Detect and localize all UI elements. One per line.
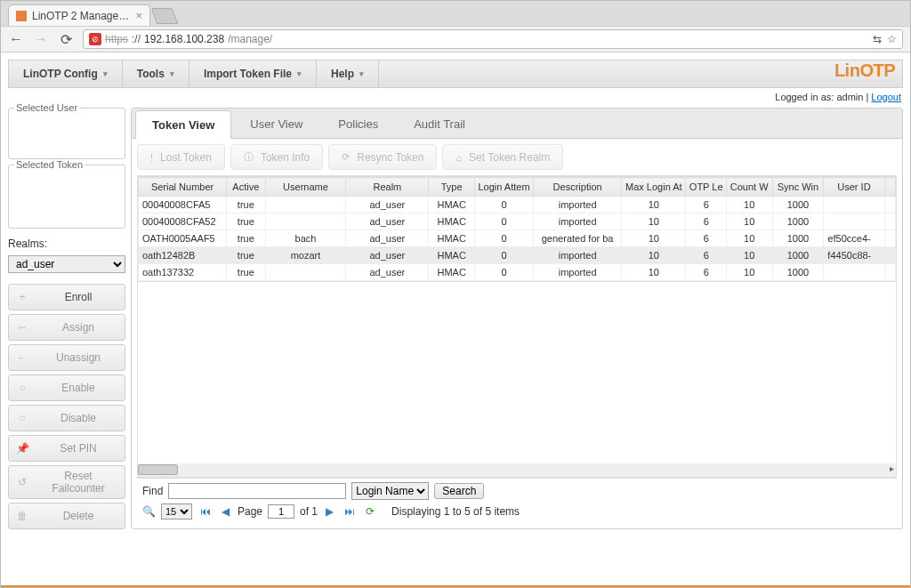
column-header[interactable]: Max Login At — [622, 178, 686, 197]
tab-token-view[interactable]: Token View — [135, 110, 231, 139]
table-row[interactable]: oath12482Btruemozartad_userHMAC0imported… — [139, 247, 896, 264]
first-page-button[interactable]: ⏮ — [198, 505, 214, 518]
set-token-realm-button[interactable]: ⌂Set Token Realm — [442, 144, 563, 170]
main-tabs: Token View User View Policies Audit Trai… — [132, 109, 902, 139]
forward-button[interactable]: → — [33, 31, 49, 47]
new-tab-button[interactable] — [151, 8, 179, 24]
page-label-pre: Page — [238, 505, 262, 518]
realms-select[interactable]: ad_user — [8, 255, 125, 273]
resync-token-button[interactable]: ⟳Resync Token — [328, 144, 437, 170]
menu-tools[interactable]: Tools▾ — [123, 60, 189, 87]
find-field-select[interactable]: Login Name — [351, 482, 429, 500]
refresh-button[interactable]: ⟳ — [363, 505, 377, 518]
tab-user-view[interactable]: User View — [233, 109, 319, 138]
translate-icon[interactable]: ⇆ — [873, 33, 882, 45]
lost-token-button[interactable]: !Lost Token — [137, 144, 225, 170]
selected-user-box: Selected User — [8, 108, 125, 159]
reset-failcounter-button[interactable]: ↺Reset Failcounter — [8, 465, 125, 499]
search-button[interactable]: Search — [434, 483, 484, 499]
browser-tab[interactable]: LinOTP 2 Manageme × — [8, 4, 150, 26]
url-input[interactable]: ⊘ https :// 192.168.100.238 /manage/ ⇆ ☆ — [83, 29, 903, 49]
browser-tab-title: LinOTP 2 Manageme — [32, 10, 130, 22]
column-header[interactable]: OTP Le — [686, 178, 726, 197]
page-number-input[interactable] — [268, 504, 294, 519]
scroll-right-arrow[interactable]: ▸ — [890, 463, 894, 473]
home-icon: ⌂ — [456, 152, 462, 163]
url-path: /manage/ — [228, 33, 272, 45]
tab-policies[interactable]: Policies — [321, 109, 395, 138]
https-label: https — [105, 33, 128, 45]
table-row[interactable]: 00040008CFA5truead_userHMAC0imported1061… — [139, 197, 896, 213]
column-header[interactable]: User ID — [824, 178, 884, 197]
table-row[interactable]: OATH0005AAF5truebachad_userHMAC0generate… — [139, 230, 896, 247]
left-sidebar: Selected User Selected Token Realms: ad_… — [8, 108, 125, 529]
selected-token-legend: Selected Token — [14, 159, 85, 170]
url-sep: :// — [132, 33, 141, 45]
column-header[interactable]: Sync Win — [772, 178, 824, 197]
page-label-post: of 1 — [300, 505, 318, 518]
footer-accent — [1, 585, 910, 587]
assign-button[interactable]: ↔Assign — [8, 314, 125, 341]
enroll-button[interactable]: +Enroll — [8, 284, 125, 310]
main-panel: Token View User View Policies Audit Trai… — [131, 108, 903, 529]
find-input[interactable] — [168, 483, 346, 499]
pager: 🔍 15 ⏮ ◀ Page of 1 ▶ ⏭ ⟳ Displaying 1 to… — [142, 503, 891, 520]
https-warning-icon: ⊘ — [89, 33, 101, 45]
selected-user-legend: Selected User — [14, 102, 79, 113]
enable-button[interactable]: ○Enable — [8, 375, 125, 401]
column-header[interactable]: Description — [534, 178, 622, 197]
reload-button[interactable]: ⟳ — [58, 31, 74, 48]
prev-page-button[interactable]: ◀ — [219, 505, 232, 518]
zoom-icon[interactable]: 🔍 — [142, 505, 156, 518]
bookmark-icon[interactable]: ☆ — [887, 33, 897, 45]
page-size-select[interactable]: 15 — [161, 503, 192, 520]
column-header[interactable]: Active — [227, 178, 265, 197]
close-tab-icon[interactable]: × — [135, 9, 142, 22]
app-root: LinOTP Config▾ Tools▾ Import Token File▾… — [1, 52, 910, 587]
lost-icon: ! — [150, 152, 153, 163]
logout-link[interactable]: Logout — [871, 92, 901, 102]
menu-linotp-config[interactable]: LinOTP Config▾ — [9, 60, 123, 87]
tab-audit-trail[interactable]: Audit Trail — [397, 109, 482, 138]
url-host: 192.168.100.238 — [144, 33, 224, 45]
token-info-button[interactable]: ⓘToken Info — [230, 144, 323, 170]
main-menubar: LinOTP Config▾ Tools▾ Import Token File▾… — [8, 60, 903, 88]
browser-address-bar: ← → ⟳ ⊘ https :// 192.168.100.238 /manag… — [1, 26, 910, 52]
menu-help[interactable]: Help▾ — [317, 60, 379, 87]
back-button[interactable]: ← — [8, 31, 24, 47]
disable-button[interactable]: ○Disable — [8, 405, 125, 431]
realms-label: Realms: — [8, 238, 125, 250]
last-page-button[interactable]: ⏭ — [342, 505, 358, 518]
unassign-button[interactable]: ←Unassign — [8, 344, 125, 371]
selected-token-box: Selected Token — [8, 165, 125, 229]
login-status: Logged in as: admin | Logout — [1, 88, 910, 102]
column-header[interactable]: Login Attem — [474, 178, 533, 197]
scrollbar-thumb[interactable] — [138, 464, 178, 475]
menu-import-token-file[interactable]: Import Token File▾ — [189, 60, 317, 87]
column-header[interactable]: Serial Number — [139, 178, 227, 197]
token-toolbar: !Lost Token ⓘToken Info ⟳Resync Token ⌂S… — [132, 139, 902, 175]
find-label: Find — [142, 485, 163, 497]
set-pin-button[interactable]: 📌Set PIN — [8, 435, 125, 462]
brand-logo: LinOTP — [827, 60, 902, 87]
horizontal-scrollbar[interactable]: ▸ — [137, 463, 897, 478]
find-row: Find Login Name Search — [142, 482, 891, 500]
token-table[interactable]: Serial NumberActiveUsernameRealmTypeLogi… — [137, 176, 897, 282]
favicon — [16, 11, 27, 21]
pager-status: Displaying 1 to 5 of 5 items — [391, 505, 520, 518]
delete-button[interactable]: 🗑Delete — [8, 503, 125, 529]
column-header[interactable]: Realm — [346, 178, 429, 197]
column-header[interactable]: Type — [429, 178, 475, 197]
table-row[interactable]: 00040008CFA52truead_userHMAC0imported106… — [139, 213, 896, 230]
column-header[interactable]: Username — [265, 178, 346, 197]
column-header[interactable]: Count W — [726, 178, 772, 197]
info-icon: ⓘ — [244, 150, 254, 164]
next-page-button[interactable]: ▶ — [323, 505, 336, 518]
browser-tabstrip: LinOTP 2 Manageme × — [1, 1, 910, 26]
resync-icon: ⟳ — [342, 151, 350, 163]
table-row[interactable]: oath137332truead_userHMAC0imported106101… — [139, 264, 896, 281]
